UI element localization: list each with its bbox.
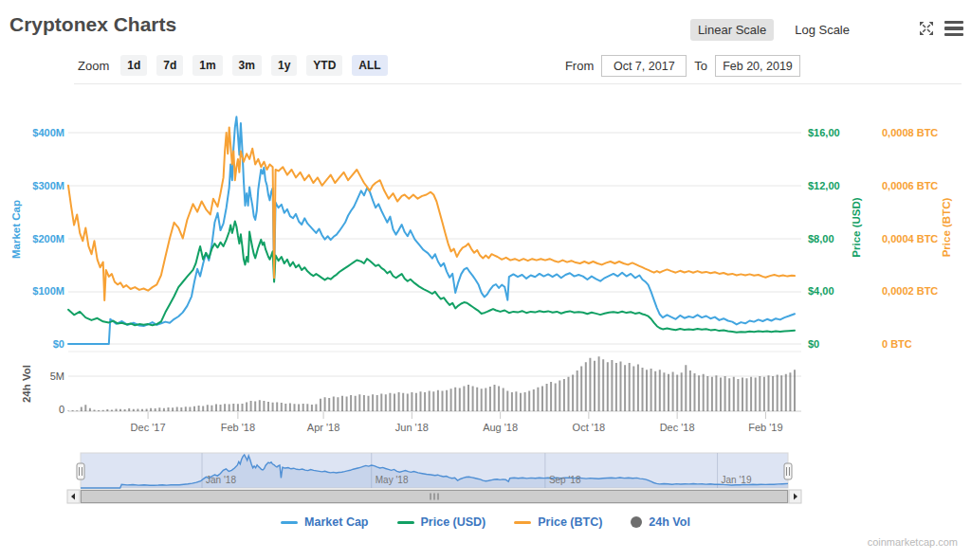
cryptonex-charts-page: Cryptonex Charts Linear Scale Log Scale … (0, 0, 971, 560)
watermark: coinmarketcap.com (868, 536, 958, 548)
chart-legend: Market CapPrice (USD)Price (BTC)24h Vol (0, 515, 971, 529)
price-usd-axis-title: Price (USD) (851, 175, 866, 280)
legend-label: Price (BTC) (538, 515, 602, 529)
legend-marker-line (281, 521, 298, 524)
volume-bars[interactable] (68, 356, 795, 411)
legend-item-price-btc-[interactable]: Price (BTC) (514, 515, 602, 529)
navigator-handle-left[interactable] (77, 463, 84, 479)
legend-label: Price (USD) (421, 515, 486, 529)
legend-marker-line (397, 521, 414, 524)
legend-item-price-usd-[interactable]: Price (USD) (397, 515, 486, 529)
legend-item-24h-vol[interactable]: 24h Vol (631, 515, 690, 529)
series-line-price_btc[interactable] (68, 127, 795, 300)
navigator-handle-right[interactable] (784, 463, 792, 479)
market-cap-axis-title: Market Cap (10, 177, 26, 281)
legend-label: Market Cap (304, 515, 368, 529)
legend-marker-line (514, 521, 531, 524)
price-chart-canvas[interactable] (0, 0, 971, 560)
series-line-market_cap[interactable] (68, 117, 795, 344)
legend-item-market-cap[interactable]: Market Cap (281, 515, 368, 529)
price-btc-axis-title: Price (BTC) (941, 175, 956, 280)
legend-marker-circle (631, 516, 642, 528)
volume-axis-title: 24h Vol (21, 332, 36, 436)
legend-label: 24h Vol (649, 515, 690, 529)
series-line-price_usd[interactable] (68, 221, 795, 332)
